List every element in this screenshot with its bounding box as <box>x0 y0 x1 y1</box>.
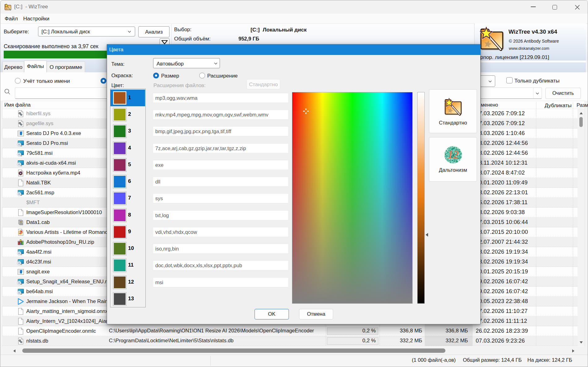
svg-text:12: 12 <box>448 148 459 161</box>
